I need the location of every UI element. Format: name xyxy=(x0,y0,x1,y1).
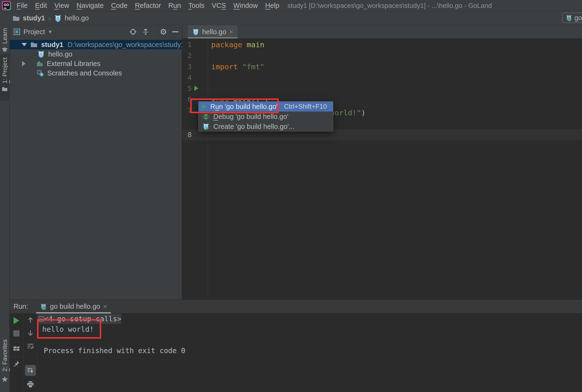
library-bars-icon xyxy=(36,60,44,67)
code-line-3: import "fmt" xyxy=(211,61,264,72)
editor-body[interactable]: 1 2 3 4 5 6 7 8 package main import "fmt… xyxy=(182,39,582,300)
run-panel-main-toolbar xyxy=(10,314,23,392)
toolbar-separator xyxy=(12,342,21,342)
goland-logo-icon[interactable]: GO xyxy=(2,1,11,10)
menu-help[interactable]: Help xyxy=(265,2,279,10)
settings-gear-icon[interactable]: ⚙ xyxy=(160,27,167,36)
line-number: 4 xyxy=(182,72,192,83)
hide-panel-icon[interactable] xyxy=(172,31,178,32)
run-item-shortcut: Ctrl+Shift+F10 xyxy=(284,103,327,110)
soft-wrap-icon[interactable] xyxy=(27,343,34,350)
restore-layout-icon[interactable] xyxy=(13,345,20,352)
project-panel-header: Project ▼ ⚙ xyxy=(10,25,182,38)
tree-scratches-label: Scratches and Consoles xyxy=(47,69,122,77)
line-number: 5 xyxy=(182,83,192,94)
gutter-separator xyxy=(208,39,208,300)
menu-navigate[interactable]: Navigate xyxy=(77,2,104,10)
gopher-file-icon xyxy=(54,14,62,22)
stripe-button-project[interactable]: 1: Project xyxy=(0,54,10,100)
tree-collapse-arrow-icon[interactable] xyxy=(22,61,26,66)
main-menu-bar: GO File Edit View Navigate Code Refactor… xyxy=(0,0,582,12)
project-stripe-label: 1: Project xyxy=(1,58,9,84)
context-menu-create-item[interactable]: Create 'go build hello.go'... xyxy=(199,122,333,132)
stripe-button-learn[interactable]: Learn xyxy=(0,28,10,55)
menu-refactor[interactable]: Refactor xyxy=(135,2,161,10)
left-tool-window-stripe: Learn 1: Project 2: Favorites ★ xyxy=(0,25,10,392)
create-item-label: Create 'go build hello.go'... xyxy=(213,123,295,130)
folder-icon xyxy=(30,41,38,48)
gopher-file-icon xyxy=(192,28,199,35)
breadcrumb-chevron-icon: › xyxy=(48,14,51,22)
toolbar-separator xyxy=(154,28,155,36)
run-tab-close-icon[interactable]: × xyxy=(103,302,107,310)
scratches-icon xyxy=(36,69,44,77)
stripe-button-favorites[interactable]: 2: Favorites ★ xyxy=(0,339,10,389)
menu-tools[interactable]: Tools xyxy=(188,2,204,10)
scroll-to-end-icon[interactable] xyxy=(27,367,34,374)
console-exit-line: Process finished with exit code 0 xyxy=(44,346,185,356)
editor-tab-bar: hello.go × xyxy=(182,25,582,38)
tree-row-external-libraries[interactable]: External Libraries xyxy=(10,59,182,68)
tree-root-path: D:\workspaces\go_workspaces\study1 xyxy=(68,41,185,49)
menu-vcs[interactable]: VCS xyxy=(212,2,226,10)
star-icon: ★ xyxy=(1,374,8,384)
code-line-1: package main xyxy=(211,39,264,50)
navigation-bar: study1 › hello.go go xyxy=(0,12,582,25)
project-panel-toolbar: ⚙ xyxy=(129,25,178,38)
project-tool-icon xyxy=(13,28,21,36)
run-panel-label: Run: xyxy=(14,302,28,310)
run-panel-tab-bar: Run: go build hello.go × xyxy=(10,300,582,314)
menu-view[interactable]: View xyxy=(54,2,69,10)
menu-edit[interactable]: Edit xyxy=(35,2,47,10)
print-icon[interactable] xyxy=(27,380,34,388)
stop-icon[interactable] xyxy=(13,330,20,336)
down-stack-trace-icon[interactable] xyxy=(27,329,34,336)
menu-code[interactable]: Code xyxy=(111,2,128,10)
run-tab-label: go build hello.go xyxy=(50,302,100,310)
line-number: 1 xyxy=(182,39,192,50)
run-config-label: go xyxy=(574,14,582,22)
run-tab-gopher-icon xyxy=(40,303,47,310)
project-panel-title[interactable]: Project xyxy=(24,28,45,36)
annotation-box-output xyxy=(37,319,101,338)
menu-file[interactable]: File xyxy=(17,2,28,10)
editor-tab-hello-go[interactable]: hello.go × xyxy=(188,25,237,38)
tree-row-scratches[interactable]: Scratches and Consoles xyxy=(10,68,182,78)
run-tab-go-build[interactable]: go build hello.go × xyxy=(36,300,111,314)
tab-close-icon[interactable]: × xyxy=(229,28,233,36)
up-stack-trace-icon[interactable] xyxy=(27,316,34,324)
breadcrumb-project[interactable]: study1 xyxy=(23,14,45,22)
annotation-box-run-item xyxy=(190,98,279,113)
folder-icon xyxy=(12,14,20,22)
collapse-all-icon[interactable] xyxy=(142,28,149,36)
line-number: 2 xyxy=(182,50,192,61)
folder-icon xyxy=(2,86,8,92)
tree-expand-arrow-icon[interactable] xyxy=(22,43,27,46)
line-number-current: 8 xyxy=(182,129,192,140)
graduation-cap-icon xyxy=(2,46,8,53)
run-configuration-selector[interactable]: go xyxy=(562,12,582,23)
run-tool-window: Run: go build hello.go × xyxy=(10,300,582,392)
breadcrumb-file[interactable]: hello.go xyxy=(65,14,89,22)
favorites-stripe-label: 2: Favorites xyxy=(1,339,9,372)
debug-bug-icon xyxy=(202,113,209,120)
rerun-play-icon[interactable] xyxy=(14,317,19,324)
tab-label: hello.go xyxy=(202,28,226,36)
chevron-down-icon[interactable]: ▼ xyxy=(48,29,53,35)
window-title: study1 [D:\workspaces\go_workspaces\stud… xyxy=(287,2,492,10)
debug-item-label: Debug 'go build hello.go' xyxy=(213,113,288,120)
menu-window[interactable]: Window xyxy=(233,2,258,10)
tree-row-hello-go[interactable]: hello.go xyxy=(10,49,182,59)
learn-label: Learn xyxy=(1,28,9,44)
tree-row-root-study1[interactable]: study1 D:\workspaces\go_workspaces\study… xyxy=(10,40,182,49)
menu-run[interactable]: Run xyxy=(168,2,181,10)
create-gopher-icon xyxy=(202,123,209,130)
pin-icon[interactable] xyxy=(13,360,20,367)
run-console[interactable]: <4 go setup calls> hello world! Process … xyxy=(38,314,582,392)
gopher-file-icon xyxy=(37,50,45,58)
goland-logo-underscore xyxy=(4,8,7,8)
project-tool-window: Project ▼ ⚙ study1 D:\workspaces\go_work… xyxy=(10,25,182,300)
run-config-gopher-icon xyxy=(565,14,572,21)
run-gutter-icon[interactable] xyxy=(194,86,198,91)
locate-file-icon[interactable] xyxy=(129,28,137,36)
